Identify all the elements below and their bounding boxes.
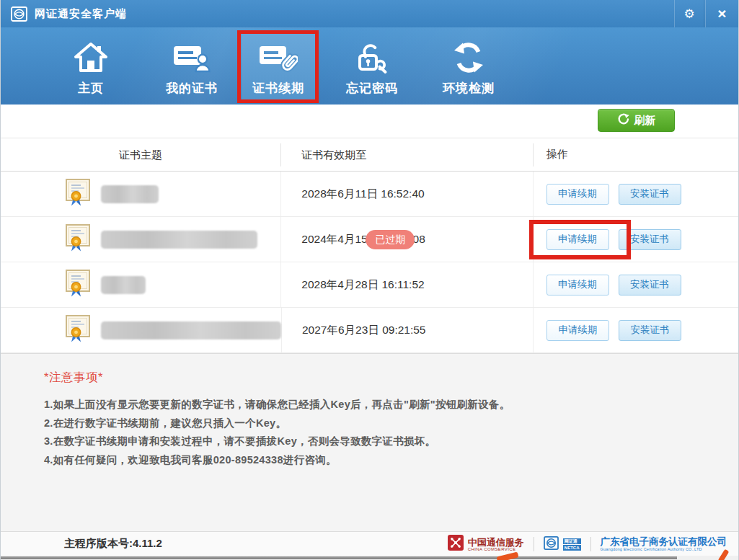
apply-renewal-button[interactable]: 申请续期 xyxy=(546,184,609,205)
gdca-name: 广东省电子商务认证有限公司 xyxy=(601,537,727,547)
expired-badge: 已过期 xyxy=(366,230,415,249)
gdca-sub: Guangdong Electronic Certification Autho… xyxy=(601,547,727,551)
bottom-edge-bar xyxy=(1,556,677,559)
nav-tab-label: 证书续期 xyxy=(242,80,315,97)
redacted-subject xyxy=(101,231,257,249)
table-row: 2028年4月28日 16:11:52 申请续期 安装证书 xyxy=(1,262,738,308)
main-nav: 主页 我的证书 xyxy=(1,27,738,105)
netca-name: 网证通 xyxy=(563,538,581,544)
certificate-icon xyxy=(64,223,92,255)
footer-logos: 中国通信服务 CHINA COMSERVICE 网证通 NETCA xyxy=(448,532,727,556)
china-comservice-name: 中国通信服务 xyxy=(468,538,524,547)
netca-sub: NETCA xyxy=(563,545,581,551)
redacted-subject xyxy=(101,185,159,203)
notes-section: *注意事项* 1.如果上面没有显示您要更新的数字证书，请确保您已经插入Key后，… xyxy=(1,353,738,531)
apply-renewal-button[interactable]: 申请续期 xyxy=(546,320,609,341)
expiry-date: 2027年6月23日 09:21:55 xyxy=(302,323,425,338)
home-icon xyxy=(54,32,128,74)
certificate-icon xyxy=(64,269,92,301)
close-button[interactable]: × xyxy=(705,0,739,27)
nav-tab-certificate-renewal[interactable]: 证书续期 xyxy=(242,32,315,102)
header-expiry: 证书有效期至 xyxy=(281,143,533,166)
china-comservice-icon xyxy=(448,535,464,554)
logo-divider xyxy=(534,537,534,551)
netca-footer-icon xyxy=(544,536,559,553)
netca-logo-icon xyxy=(11,6,27,22)
apply-renewal-button[interactable]: 申请续期 xyxy=(546,275,609,295)
nav-tab-label: 忘记密码 xyxy=(335,80,409,97)
china-comservice-logo: 中国通信服务 CHINA COMSERVICE xyxy=(448,535,524,554)
certificate-renew-icon xyxy=(242,32,315,74)
cert-table-body: 2028年6月11日 16:52:40 申请续期 安装证书 xyxy=(1,172,738,353)
refresh-icon xyxy=(617,113,629,128)
titlebar: 网证通安全客户端 ⚙ × xyxy=(1,0,738,27)
refresh-label: 刷新 xyxy=(634,114,656,128)
note-item: 2.在进行数字证书续期前，建议您只插入一个Key。 xyxy=(44,414,709,433)
note-item: 3.在数字证书续期申请和安装过程中，请不要插拔Key，否则会导致数字证书损坏。 xyxy=(44,432,709,451)
certificate-icon xyxy=(64,178,92,210)
notes-title: *注意事项* xyxy=(44,370,709,386)
nav-tab-label: 主页 xyxy=(54,80,128,97)
gdca-logo: 广东省电子商务认证有限公司 Guangdong Electronic Certi… xyxy=(601,537,727,551)
refresh-button[interactable]: 刷新 xyxy=(598,109,675,132)
close-icon: × xyxy=(717,5,726,22)
nav-tab-forgot-password[interactable]: 忘记密码 xyxy=(335,32,409,102)
settings-button[interactable]: ⚙ xyxy=(674,0,704,27)
table-row: 2028年6月11日 16:52:40 申请续期 安装证书 xyxy=(1,172,738,217)
nav-tab-environment-check[interactable]: 环境检测 xyxy=(432,32,505,102)
certificate-user-icon xyxy=(155,32,229,74)
expiry-date: 2028年6月11日 16:52:40 xyxy=(301,187,424,202)
redacted-subject xyxy=(101,321,281,339)
unlock-wrench-icon xyxy=(335,32,409,74)
gear-icon: ⚙ xyxy=(683,6,694,22)
install-certificate-button[interactable]: 安装证书 xyxy=(619,229,681,250)
nav-tab-home[interactable]: 主页 xyxy=(54,32,128,102)
install-certificate-button[interactable]: 安装证书 xyxy=(619,320,681,341)
header-subject: 证书主题 xyxy=(1,143,281,166)
version-label: 主程序版本号:4.11.2 xyxy=(64,537,162,551)
table-row: 2024年4月15日 08:38:08 已过期 申请续期 安装证书 xyxy=(1,217,738,262)
nav-tab-label: 我的证书 xyxy=(155,80,229,97)
bottom-edge xyxy=(1,556,738,560)
footer: 主程序版本号:4.11.2 中 xyxy=(1,531,738,556)
table-header: 证书主题 证书有效期至 操作 xyxy=(1,138,738,172)
note-item: 4.如有任何疑问，欢迎致电我司客服020-89524338进行咨询。 xyxy=(44,451,709,470)
certificate-icon xyxy=(64,314,92,346)
nav-tab-my-certificates[interactable]: 我的证书 xyxy=(155,32,229,102)
netca-footer-logo: 网证通 NETCA xyxy=(544,536,581,553)
install-certificate-button[interactable]: 安装证书 xyxy=(619,184,681,205)
china-comservice-sub: CHINA COMSERVICE xyxy=(468,547,524,551)
table-row: 2027年6月23日 09:21:55 申请续期 安装证书 xyxy=(1,308,738,353)
note-item: 1.如果上面没有显示您要更新的数字证书，请确保您已经插入Key后，再点击"刷新"… xyxy=(44,396,709,414)
toolbar: 刷新 xyxy=(1,105,738,138)
window-title: 网证通安全客户端 xyxy=(35,7,127,21)
install-certificate-button[interactable]: 安装证书 xyxy=(619,275,681,295)
notes-list: 1.如果上面没有显示您要更新的数字证书，请确保您已经插入Key后，再点击"刷新"… xyxy=(44,396,709,469)
redacted-subject xyxy=(101,276,146,294)
apply-renewal-button[interactable]: 申请续期 xyxy=(546,229,609,250)
expiry-date: 2028年4月28日 16:11:52 xyxy=(301,277,424,293)
logo-divider xyxy=(590,537,591,551)
certificate-table: 证书主题 证书有效期至 操作 xyxy=(1,138,738,353)
nav-tab-label: 环境检测 xyxy=(432,80,505,97)
header-actions: 操作 xyxy=(534,148,738,161)
sync-arrows-icon xyxy=(432,32,505,74)
netca-client-window: 网证通安全客户端 ⚙ × 主页 xyxy=(0,0,739,560)
